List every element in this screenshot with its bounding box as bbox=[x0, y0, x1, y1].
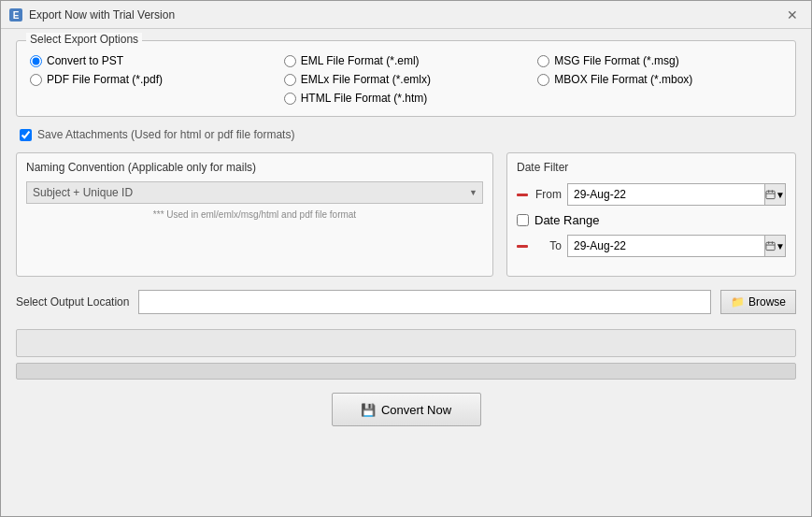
radio-html-label[interactable]: HTML File Format (*.htm) bbox=[301, 92, 428, 105]
convert-now-button[interactable]: 💾 Convert Now bbox=[332, 393, 481, 426]
svg-text:E: E bbox=[13, 10, 20, 21]
status-area bbox=[16, 329, 796, 357]
radio-pdf[interactable]: PDF File Format (*.pdf) bbox=[30, 73, 275, 86]
radio-pdf-label[interactable]: PDF File Format (*.pdf) bbox=[47, 73, 163, 86]
radio-empty bbox=[30, 92, 275, 105]
convert-label: Convert Now bbox=[381, 403, 451, 417]
from-date-input[interactable] bbox=[568, 185, 764, 204]
date-filter-title: Date Filter bbox=[517, 161, 786, 174]
naming-convention-box: Naming Convention (Applicable only for m… bbox=[16, 152, 493, 277]
date-filter-box: Date Filter From bbox=[506, 152, 796, 277]
date-range-checkbox[interactable] bbox=[517, 214, 529, 226]
to-date-picker-btn[interactable]: ▼ bbox=[764, 236, 785, 256]
titlebar: E Export Now with Trial Version ✕ bbox=[1, 1, 811, 29]
date-range-label[interactable]: Date Range bbox=[534, 213, 599, 227]
to-label: To bbox=[534, 239, 562, 252]
to-dropdown-arrow: ▼ bbox=[776, 241, 785, 251]
from-date-picker-btn[interactable]: ▼ bbox=[764, 184, 785, 205]
radio-emlx[interactable]: EMLx File Format (*.emlx) bbox=[284, 73, 529, 86]
radio-html[interactable]: HTML File Format (*.htm) bbox=[284, 92, 529, 105]
date-from-row: From ▼ bbox=[517, 183, 786, 206]
from-date-input-wrapper[interactable]: ▼ bbox=[567, 183, 786, 206]
radio-msg-label[interactable]: MSG File Format (*.msg) bbox=[554, 54, 678, 67]
radio-pst-label[interactable]: Convert to PST bbox=[47, 54, 123, 67]
naming-convention-title: Naming Convention (Applicable only for m… bbox=[26, 161, 483, 174]
radio-emlx-label[interactable]: EMLx File Format (*.emlx) bbox=[301, 73, 431, 86]
svg-rect-6 bbox=[766, 242, 775, 250]
to-calendar-icon bbox=[765, 240, 776, 251]
naming-convention-select[interactable]: Subject + Unique ID Subject Date + Subje… bbox=[26, 181, 483, 204]
output-path-input[interactable] bbox=[138, 290, 711, 314]
radio-mbox-input[interactable] bbox=[537, 74, 549, 86]
progress-bar-container bbox=[16, 363, 796, 380]
radio-eml[interactable]: EML File Format (*.eml) bbox=[284, 54, 529, 67]
main-window: E Export Now with Trial Version ✕ Select… bbox=[0, 0, 812, 517]
browse-icon: 📁 bbox=[731, 295, 745, 309]
mid-section: Naming Convention (Applicable only for m… bbox=[16, 152, 796, 277]
radio-mbox-label[interactable]: MBOX File Format (*.mbox) bbox=[554, 73, 692, 86]
save-attachments-row[interactable]: Save Attachments (Used for html or pdf f… bbox=[16, 126, 796, 143]
app-icon: E bbox=[8, 7, 23, 22]
radio-emlx-input[interactable] bbox=[284, 74, 296, 86]
to-date-input-wrapper[interactable]: ▼ bbox=[567, 235, 786, 257]
save-attachments-checkbox[interactable] bbox=[20, 129, 32, 141]
radio-pdf-input[interactable] bbox=[30, 74, 42, 86]
convert-icon: 💾 bbox=[361, 403, 376, 417]
naming-select-wrapper[interactable]: Subject + Unique ID Subject Date + Subje… bbox=[26, 181, 483, 204]
from-dropdown-arrow: ▼ bbox=[776, 190, 785, 200]
close-button[interactable]: ✕ bbox=[781, 4, 804, 26]
export-options-group: Select Export Options Convert to PST EML… bbox=[16, 40, 796, 117]
browse-button[interactable]: 📁 Browse bbox=[720, 290, 796, 314]
from-label: From bbox=[534, 188, 562, 201]
radio-mbox[interactable]: MBOX File Format (*.mbox) bbox=[537, 73, 782, 86]
to-date-input[interactable] bbox=[568, 237, 764, 255]
radio-html-input[interactable] bbox=[284, 93, 296, 105]
output-label: Select Output Location bbox=[16, 295, 129, 309]
bottom-area bbox=[16, 329, 796, 380]
radio-msg[interactable]: MSG File Format (*.msg) bbox=[537, 54, 782, 67]
date-range-row[interactable]: Date Range bbox=[517, 213, 786, 227]
radio-eml-label[interactable]: EML File Format (*.eml) bbox=[301, 54, 420, 67]
radio-eml-input[interactable] bbox=[284, 55, 296, 67]
main-content: Select Export Options Convert to PST EML… bbox=[1, 29, 811, 516]
browse-label: Browse bbox=[748, 295, 786, 309]
naming-hint: *** Used in eml/emlx/msg/html and pdf fi… bbox=[26, 209, 483, 220]
radio-convert-pst[interactable]: Convert to PST bbox=[30, 54, 275, 67]
date-to-row: To ▼ bbox=[517, 235, 786, 257]
output-location-row: Select Output Location 📁 Browse bbox=[16, 286, 796, 318]
calendar-icon bbox=[765, 189, 776, 200]
radio-options-grid: Convert to PST EML File Format (*.eml) M… bbox=[30, 54, 782, 105]
save-attachments-label[interactable]: Save Attachments (Used for html or pdf f… bbox=[37, 128, 294, 141]
export-options-title: Select Export Options bbox=[26, 33, 142, 46]
radio-pst-input[interactable] bbox=[30, 55, 42, 67]
from-red-dash bbox=[517, 194, 528, 196]
svg-rect-2 bbox=[766, 191, 775, 198]
radio-msg-input[interactable] bbox=[537, 55, 549, 67]
to-red-dash bbox=[517, 245, 528, 248]
window-title: Export Now with Trial Version bbox=[29, 8, 781, 22]
